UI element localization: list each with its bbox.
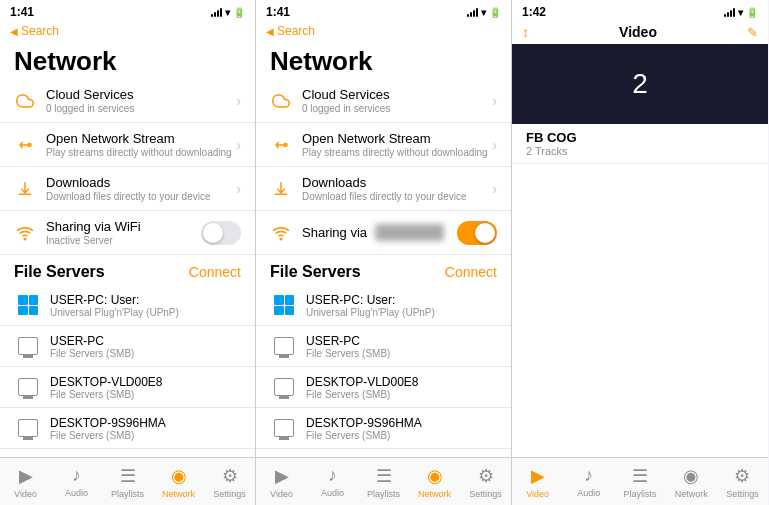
signal-icon-2 — [467, 7, 478, 17]
downloads-text-2: Downloads Download files directly to you… — [302, 175, 492, 202]
downloads-subtitle-2: Download files directly to your device — [302, 191, 492, 202]
server-item-smb3-2[interactable]: DESKTOP-9S96HMA File Servers (SMB) — [256, 408, 511, 449]
status-icons-3: ▾ 🔋 — [724, 7, 758, 18]
status-bar-1: 1:41 ▾ 🔋 — [0, 0, 255, 22]
network-stream-item-2[interactable]: Open Network Stream Play streams directl… — [256, 123, 511, 167]
video-tab-icon-2: ▶ — [275, 465, 289, 487]
server-subtitle-smb2-1: File Servers (SMB) — [50, 389, 163, 400]
status-icons-1: ▾ 🔋 — [211, 7, 245, 18]
file-servers-header-1: File Servers Connect — [0, 255, 255, 285]
search-label-2: Search — [277, 24, 315, 38]
tab-network-3[interactable]: ◉ Network — [666, 458, 717, 505]
cloud-services-subtitle-2: 0 logged in services — [302, 103, 492, 114]
tab-network-2[interactable]: ◉ Network — [409, 458, 460, 505]
wifi-name-blurred: WiFiName — [375, 224, 444, 241]
status-bar-3: 1:42 ▾ 🔋 — [512, 0, 768, 22]
download-icon-2 — [270, 178, 292, 200]
sort-area[interactable]: ↕ — [522, 24, 529, 40]
server-item-upnp-1[interactable]: USER-PC: User: Universal Plug'n'Play (UP… — [0, 285, 255, 326]
playlists-tab-icon-2: ☰ — [376, 465, 392, 487]
server-item-smb2-2[interactable]: DESKTOP-VLD00E8 File Servers (SMB) — [256, 367, 511, 408]
server-item-smb1-2[interactable]: USER-PC File Servers (SMB) — [256, 326, 511, 367]
tab-settings-2[interactable]: ⚙ Settings — [460, 458, 511, 505]
search-bar-1[interactable]: ◀ Search — [0, 22, 255, 42]
sharing-wifi-item-2[interactable]: Sharing via WiFiName — [256, 211, 511, 255]
sharing-wifi-toggle-2[interactable] — [457, 221, 497, 245]
network-stream-text-2: Open Network Stream Play streams directl… — [302, 131, 492, 158]
time-3: 1:42 — [522, 5, 546, 19]
tab-audio-2[interactable]: ♪ Audio — [307, 458, 358, 505]
tab-playlists-2[interactable]: ☰ Playlists — [358, 458, 409, 505]
video-info: FB COG 2 Tracks — [512, 124, 768, 163]
network-stream-chevron-1: › — [236, 137, 241, 153]
downloads-item-2[interactable]: Downloads Download files directly to you… — [256, 167, 511, 211]
server-item-smb2-1[interactable]: DESKTOP-VLD00E8 File Servers (SMB) — [0, 367, 255, 408]
downloads-chevron-2: › — [492, 181, 497, 197]
menu-section-1: Cloud Services 0 logged in services › Op… — [0, 79, 255, 457]
settings-tab-label-1: Settings — [213, 489, 246, 499]
connect-button-1[interactable]: Connect — [189, 264, 241, 280]
time-2: 1:41 — [266, 5, 290, 19]
network-stream-subtitle-2: Play streams directly without downloadin… — [302, 147, 492, 158]
panel-2: 1:41 ▾ 🔋 ◀ Search Network Cloud Services… — [256, 0, 512, 505]
cloud-services-item-1[interactable]: Cloud Services 0 logged in services › — [0, 79, 255, 123]
video-thumbnail[interactable]: 2 — [512, 44, 768, 124]
video-tab-label-2: Video — [270, 489, 293, 499]
tab-video-2[interactable]: ▶ Video — [256, 458, 307, 505]
video-number: 2 — [632, 68, 648, 100]
cloud-services-item-2[interactable]: Cloud Services 0 logged in services › — [256, 79, 511, 123]
server-text-smb1-2: USER-PC File Servers (SMB) — [306, 334, 390, 359]
video-tab-label-1: Video — [14, 489, 37, 499]
windows-icon-2 — [270, 291, 298, 319]
server-item-smb3-1[interactable]: DESKTOP-9S96HMA File Servers (SMB) — [0, 408, 255, 449]
network-title-1: Network — [0, 42, 255, 79]
network-stream-text-1: Open Network Stream Play streams directl… — [46, 131, 236, 158]
tab-bar-1: ▶ Video ♪ Audio ☰ Playlists ◉ Network ⚙ … — [0, 457, 255, 505]
server-title-smb1-1: USER-PC — [50, 334, 134, 348]
file-servers-header-2: File Servers Connect — [256, 255, 511, 285]
tab-video-1[interactable]: ▶ Video — [0, 458, 51, 505]
downloads-item-1[interactable]: Downloads Download files directly to you… — [0, 167, 255, 211]
sharing-wifi-toggle-1[interactable] — [201, 221, 241, 245]
server-title-smb2-1: DESKTOP-VLD00E8 — [50, 375, 163, 389]
tab-settings-1[interactable]: ⚙ Settings — [204, 458, 255, 505]
sharing-wifi-item-1[interactable]: Sharing via WiFi Inactive Server — [0, 211, 255, 255]
server-text-upnp-1: USER-PC: User: Universal Plug'n'Play (UP… — [50, 293, 179, 318]
search-bar-2[interactable]: ◀ Search — [256, 22, 511, 42]
toggle-knob-2 — [475, 223, 495, 243]
server-item-upnp-2[interactable]: USER-PC: User: Universal Plug'n'Play (UP… — [256, 285, 511, 326]
video-tab-icon-1: ▶ — [19, 465, 33, 487]
sort-icon: ↕ — [522, 24, 529, 40]
audio-tab-label-2: Audio — [321, 488, 344, 498]
downloads-chevron-1: › — [236, 181, 241, 197]
sharing-wifi-title-2: Sharing via WiFiName — [302, 224, 457, 241]
tab-network-1[interactable]: ◉ Network — [153, 458, 204, 505]
server-title-smb1-2: USER-PC — [306, 334, 390, 348]
cloud-services-chevron-1: › — [236, 93, 241, 109]
downloads-title-2: Downloads — [302, 175, 492, 190]
server-title-smb2-2: DESKTOP-VLD00E8 — [306, 375, 419, 389]
server-rect-icon-5 — [270, 373, 298, 401]
audio-tab-label-3: Audio — [577, 488, 600, 498]
battery-icon-1: 🔋 — [233, 7, 245, 18]
time-1: 1:41 — [10, 5, 34, 19]
cloud-icon-2 — [270, 90, 292, 112]
network-stream-item-1[interactable]: Open Network Stream Play streams directl… — [0, 123, 255, 167]
server-item-smb1-1[interactable]: USER-PC File Servers (SMB) — [0, 326, 255, 367]
video-list-area — [512, 164, 768, 458]
search-label-1: Search — [21, 24, 59, 38]
tab-playlists-1[interactable]: ☰ Playlists — [102, 458, 153, 505]
tab-settings-3[interactable]: ⚙ Settings — [717, 458, 768, 505]
edit-icon[interactable]: ✎ — [747, 25, 758, 40]
tab-video-3[interactable]: ▶ Video — [512, 458, 563, 505]
downloads-title-1: Downloads — [46, 175, 236, 190]
tab-audio-3[interactable]: ♪ Audio — [563, 458, 614, 505]
menu-section-2: Cloud Services 0 logged in services › Op… — [256, 79, 511, 457]
tab-playlists-3[interactable]: ☰ Playlists — [614, 458, 665, 505]
status-icons-2: ▾ 🔋 — [467, 7, 501, 18]
connect-button-2[interactable]: Connect — [445, 264, 497, 280]
battery-icon-2: 🔋 — [489, 7, 501, 18]
tab-bar-3: ▶ Video ♪ Audio ☰ Playlists ◉ Network ⚙ … — [512, 457, 768, 505]
tab-audio-1[interactable]: ♪ Audio — [51, 458, 102, 505]
server-subtitle-upnp-2: Universal Plug'n'Play (UPnP) — [306, 307, 435, 318]
